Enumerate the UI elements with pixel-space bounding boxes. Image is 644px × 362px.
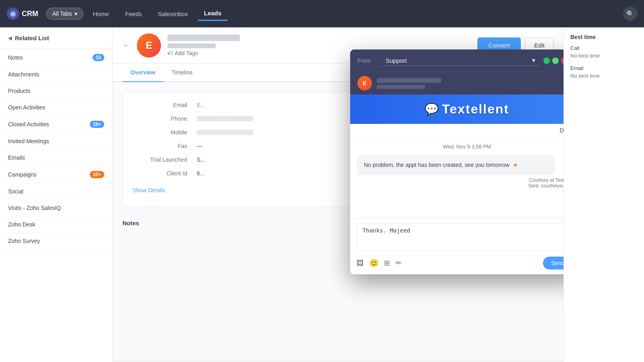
nav-item-feeds[interactable]: Feeds [119,7,149,21]
recipient-row: E ✎ [350,72,564,95]
recipient-name-blurred [377,78,441,83]
from-select[interactable]: Support ▾ [382,55,539,66]
mobile-label: Mobile [132,129,197,136]
message-star-icon: ★ [513,162,518,168]
textellent-banner: 💬 Textellent [350,95,564,124]
phone-value [197,116,253,121]
tag-icon: 🏷 [167,50,173,56]
compose-toolbar: 🖼 🙂 ⊞ ✏ Send ▾ [357,257,564,269]
deliver-label: Deliver [559,127,564,134]
send-button[interactable]: Send ▾ [543,257,564,269]
client-label: Client Id [132,170,197,177]
message-sent-by: Sent: courtneysupport [357,183,564,189]
trial-value: S... [197,156,205,163]
search-icon[interactable]: 🔍 [623,6,638,21]
sidebar-item-notes[interactable]: Notes 33 [0,49,112,66]
modal-header: From Support ▾ [350,49,564,72]
textellent-logo: Textellent [442,102,509,117]
sidebar-item-visits[interactable]: Visits - Zoho SalesIQ [0,200,112,216]
closed-activities-badge: 16+ [90,121,104,128]
fax-label: Fax [132,143,197,149]
record-subtitle [167,43,216,48]
nav-item-leads[interactable]: Leads [198,6,228,21]
tab-overview[interactable]: Overview [122,64,163,82]
deliver-row: Deliver [350,124,564,137]
avatar: E [137,33,161,58]
sidebar-item-social[interactable]: Social [0,183,112,200]
call-value: No best time [570,53,638,59]
sidebar-header-label: Related List [15,35,49,41]
notes-badge: 33 [93,54,104,61]
main-layout: ◀ Related List Notes 33 Attachments Prod… [0,27,644,362]
message-text: No problem, the appt has been created, s… [364,162,510,168]
sidebar-item-attachments[interactable]: Attachments [0,66,112,83]
campaigns-badge: 10+ [90,171,104,178]
recipient-info [377,78,564,89]
content-area: ← E 🏷 Add Tags Convert Edit Overview Tim… [113,27,564,362]
sidebar-item-open-activities[interactable]: Open Activities [0,99,112,116]
app-name: CRM [22,10,38,18]
send-label: Send [551,260,564,266]
sidebar-item-closed-activities[interactable]: Closed Activities 16+ [0,116,112,133]
sidebar-item-products[interactable]: Products [0,83,112,99]
app-logo: ◎ CRM [6,7,38,20]
right-panel: Best time Call No best time Email No bes… [564,27,644,362]
sidebar-toggle-icon: ◀ [8,35,12,41]
message-timestamp: Wed, Nov 9 3:58 PM [357,144,564,150]
mobile-value [197,130,253,135]
status-dot-green2 [552,58,559,64]
sidebar-item-campaigns[interactable]: Campaigns 10+ [0,166,112,183]
message-area: Wed, Nov 9 3:58 PM No problem, the appt … [350,137,564,218]
sidebar-item-zoho-desk[interactable]: Zoho Desk [0,216,112,233]
chevron-down-icon: ▾ [532,57,535,64]
email-value[interactable]: E... [197,102,205,108]
sidebar-item-emails[interactable]: Emails [0,150,112,166]
image-icon[interactable]: 🖼 [357,259,364,267]
right-panel-title: Best time [570,34,638,40]
email-compose-modal: From Support ▾ E [350,49,564,274]
emoji-icon[interactable]: 🙂 [369,259,378,267]
email-best-label: Email [570,65,638,71]
message-bubble: No problem, the appt has been created, s… [357,155,555,175]
compose-area: 🖼 🙂 ⊞ ✏ Send ▾ [350,218,564,274]
right-panel-email: Email No best time [570,65,638,79]
textellent-icon: 💬 [425,103,439,116]
call-label: Call [570,45,638,51]
sidebar-item-invited-meetings[interactable]: Invited Meetings [0,133,112,150]
top-navigation: ◎ CRM All Tabs ▾ Home Feeds SalesInbox L… [0,0,644,27]
from-label: From [357,58,378,64]
client-value: 6... [197,170,204,177]
phone-label: Phone [132,115,197,122]
chevron-down-icon: ▾ [74,10,77,17]
related-list-sidebar: ◀ Related List Notes 33 Attachments Prod… [0,27,113,362]
scroll-indicator [357,192,564,211]
back-button[interactable]: ← [122,41,130,50]
status-dots [543,58,564,64]
message-sender: Courtney at Textellent [357,177,564,183]
email-label: Email [132,102,197,108]
nav-item-home[interactable]: Home [87,7,116,21]
tab-timeline[interactable]: Timeline [163,64,200,82]
status-dot-green1 [543,58,550,64]
trial-label: Trial Launched [132,156,197,163]
modal-body: 💬 Textellent Deliver Wed, Nov 9 3:58 PM … [350,95,564,274]
recipient-sub-blurred [377,85,425,89]
nav-item-salesinbox[interactable]: SalesInbox [152,7,194,21]
all-tabs-button[interactable]: All Tabs ▾ [46,8,83,20]
recipient-avatar: E [357,76,372,90]
template-icon[interactable]: ⊞ [384,259,390,267]
record-name [167,35,240,41]
logo-icon: ◎ [6,7,19,20]
email-best-value: No best time [570,73,638,79]
status-dot-red [561,58,564,64]
fax-value: — [197,143,202,149]
compose-input[interactable] [357,223,564,251]
signature-icon[interactable]: ✏ [396,259,402,267]
sidebar-item-zoho-survey[interactable]: Zoho Survey [0,233,112,249]
right-panel-call: Call No best time [570,45,638,59]
sidebar-header[interactable]: ◀ Related List [0,27,112,49]
